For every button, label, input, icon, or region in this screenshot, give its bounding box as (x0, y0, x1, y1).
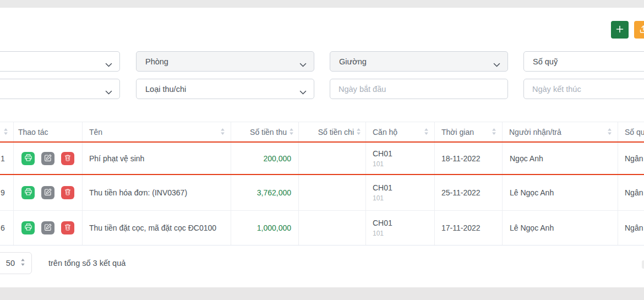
row-amount-out (299, 211, 366, 245)
row-room: 101 (373, 160, 384, 168)
start-date-input[interactable] (330, 79, 508, 99)
row-time: 18-11-2022 (435, 143, 503, 174)
row-apartment: CH01101 (366, 143, 435, 174)
filter-select-bed[interactable]: Giường (330, 51, 508, 72)
page-size-value: 50 (6, 259, 15, 268)
trash-icon (64, 223, 72, 233)
edit-icon (44, 223, 52, 233)
row-amount-out (299, 143, 366, 174)
header-apartment[interactable]: Căn hộ (366, 122, 435, 141)
sort-icon (220, 128, 225, 137)
printer-icon (24, 188, 32, 198)
edit-button[interactable] (41, 152, 54, 165)
table-row: 1 Phí phạt vệ sinh 200,000 CH01101 18-11… (0, 141, 644, 175)
row-room: 101 (373, 194, 384, 202)
header-apartment-label: Căn hộ (373, 128, 397, 137)
sort-icon (492, 128, 496, 137)
chevron-down-icon (105, 88, 112, 96)
filter-select-room-label: Phòng (137, 57, 168, 66)
row-person: Lê Ngọc Anh (503, 211, 618, 245)
filter-select-bed-label: Giường (330, 57, 367, 66)
row-time: 25-11-2022 (435, 175, 503, 210)
header-time-label: Thời gian (441, 128, 474, 137)
row-amount-in: 3,762,000 (231, 175, 299, 210)
row-fund: Ngân hàng (618, 143, 644, 174)
printer-icon (24, 223, 32, 233)
header-person-label: Người nhận/trả (509, 128, 561, 137)
sort-icon (424, 128, 429, 137)
row-name: Thu tiền hóa đơn: (INV0367) (83, 175, 231, 210)
up-down-icon (20, 259, 25, 268)
sort-icon (356, 128, 361, 137)
table-row: 6 Thu tiền đặt cọc, mã đặt cọc ĐC0100 1,… (0, 210, 644, 245)
header-fund-label: Số quỹ (625, 128, 644, 137)
filter-select-room[interactable]: Phòng (136, 51, 314, 72)
row-name: Phí phạt vệ sinh (83, 143, 231, 174)
table-row: 9 Thu tiền hóa đơn: (INV0367) 3,762,000 … (0, 175, 644, 210)
header-actions-label: Thao tác (18, 128, 48, 137)
header-amount-out-label: Số tiền chi (318, 128, 354, 137)
plus-icon (615, 25, 624, 35)
page-size-selector[interactable]: 50 (0, 252, 32, 274)
sort-icon (289, 128, 294, 137)
delete-button[interactable] (61, 152, 74, 165)
chevron-down-icon (493, 60, 500, 69)
header-actions: Thao tác (14, 122, 83, 141)
page: Phòng Giường Số quỹ Loại thu/chi Thao tá… (0, 0, 644, 300)
edit-button[interactable] (41, 186, 54, 199)
row-amount-in: 200,000 (231, 143, 299, 174)
header-name-label: Tên (89, 128, 102, 137)
delete-button[interactable] (61, 221, 74, 234)
transactions-table: Thao tác Tên Số tiền thu Số tiền chi Căn… (0, 122, 644, 246)
filter-select-fund[interactable]: Số quỹ (523, 51, 644, 72)
table-header-row: Thao tác Tên Số tiền thu Số tiền chi Căn… (0, 122, 644, 141)
filter-select-cutoff-1[interactable] (0, 51, 120, 72)
filter-select-type[interactable]: Loại thu/chi (136, 79, 314, 99)
print-button[interactable] (21, 152, 35, 165)
header-person[interactable]: Người nhận/trả (503, 122, 618, 141)
header-fund[interactable]: Số quỹ (618, 122, 644, 141)
chevron-down-icon (299, 60, 307, 69)
row-name: Thu tiền đặt cọc, mã đặt cọc ĐC0100 (83, 211, 231, 245)
row-person: Lê Ngọc Anh (503, 175, 618, 210)
row-amount-out (299, 175, 366, 210)
row-actions (14, 143, 83, 174)
row-apartment: CH01101 (366, 211, 435, 245)
filter-select-fund-label: Số quỹ (524, 57, 558, 66)
row-actions (14, 211, 83, 245)
row-apartment: CH01101 (366, 175, 435, 210)
chevron-down-icon (299, 88, 307, 96)
filter-select-cutoff-2[interactable] (0, 79, 120, 99)
edit-button[interactable] (41, 221, 54, 234)
row-fund: Ngân hàng (618, 175, 644, 210)
print-button[interactable] (21, 221, 35, 234)
header-amount-in[interactable]: Số tiền thu (231, 122, 299, 141)
row-id: 9 (0, 175, 14, 210)
edit-icon (44, 188, 52, 198)
print-button[interactable] (21, 186, 35, 199)
row-id: 1 (0, 143, 14, 174)
delete-button[interactable] (61, 186, 74, 199)
chevron-down-icon (105, 60, 112, 69)
header-amount-out[interactable]: Số tiền chi (299, 122, 366, 141)
row-fund: Ngân hàng (618, 211, 644, 245)
end-date-input[interactable] (523, 79, 644, 99)
export-button[interactable] (634, 21, 644, 39)
add-transaction-button[interactable] (611, 21, 629, 39)
row-actions (14, 175, 83, 210)
trash-icon (64, 188, 72, 198)
sort-icon (607, 128, 612, 137)
bottom-strip (0, 287, 644, 300)
row-time: 17-11-2022 (435, 211, 503, 245)
header-time[interactable]: Thời gian (435, 122, 503, 141)
header-name[interactable]: Tên (83, 122, 231, 141)
upload-icon (639, 25, 644, 35)
row-room: 101 (373, 230, 384, 237)
edit-icon (44, 154, 52, 163)
pagination-next-button[interactable] (642, 260, 644, 269)
header-amount-in-label: Số tiền thu (250, 128, 287, 137)
sort-icon (3, 128, 8, 137)
header-id[interactable] (0, 122, 14, 141)
row-amount-in: 1,000,000 (231, 211, 299, 245)
results-summary: trên tổng số 3 kết quả (48, 252, 125, 274)
